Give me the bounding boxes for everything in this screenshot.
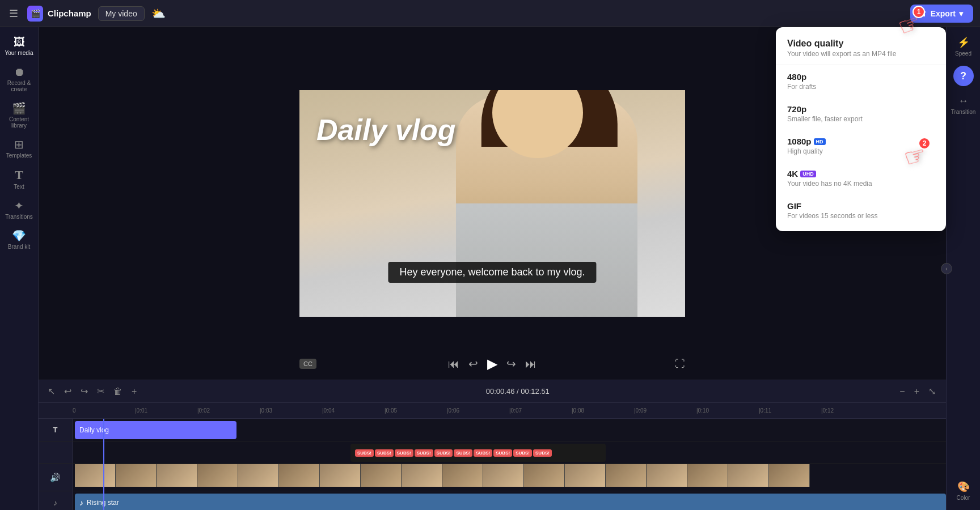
sidebar-item-brand-kit[interactable]: 💎 Brand kit xyxy=(2,226,36,254)
ruler-marks: 0 |0:01 |0:02 |0:03 |0:04 |0:05 |0:06 |0… xyxy=(73,407,946,414)
audio-clip[interactable]: ♪ Rising star xyxy=(75,494,946,510)
right-panel-label-speed: Speed xyxy=(955,50,971,57)
sidebar-label-record-create: Record & create xyxy=(5,80,34,92)
cc-button[interactable]: CC xyxy=(299,359,316,369)
sidebar-item-record-create[interactable]: ⏺ Record & create xyxy=(2,62,36,97)
brand-kit-icon: 💎 xyxy=(12,230,26,241)
video-thumb xyxy=(442,464,483,487)
templates-icon: ⊞ xyxy=(14,139,24,150)
redo-button[interactable]: ↪ xyxy=(78,384,90,399)
video-track-label: 🔊 xyxy=(39,464,73,491)
cloud-save-icon: ⛅ xyxy=(151,7,166,20)
zoom-in-button[interactable]: + xyxy=(911,385,923,398)
video-thumb xyxy=(769,464,810,487)
hamburger-button[interactable]: ☰ xyxy=(7,5,20,22)
quality-desc-4k: Your video has no 4K media xyxy=(787,180,935,188)
playhead[interactable] xyxy=(103,419,104,510)
quality-desc-gif: For videos 15 seconds or less xyxy=(787,212,935,220)
right-panel: ‹ ⚡ Speed ? ↔ Transition 🎨 Color xyxy=(946,27,980,510)
ruler-mark-12: |0:12 xyxy=(821,407,884,414)
help-button[interactable]: ? xyxy=(953,66,974,86)
right-panel-item-transition[interactable]: ↔ Transition xyxy=(949,91,978,120)
ruler-mark-11: |0:11 xyxy=(759,407,821,414)
right-panel-collapse-button[interactable]: ‹ xyxy=(941,263,952,274)
time-display: 00:00.46 / 00:12.51 xyxy=(143,387,892,396)
cut-button[interactable]: ✂ xyxy=(95,384,107,399)
audio-track: ♪ ♪ Rising star xyxy=(39,491,946,510)
video-frame: Daily vlog Hey everyone, welcome back to… xyxy=(299,90,685,317)
video-thumb xyxy=(238,464,279,487)
skip-forward-button[interactable]: ⏭ xyxy=(525,358,537,371)
quality-dropdown-header: Video quality Your video will export as … xyxy=(776,39,946,65)
text-icon: T xyxy=(15,169,23,181)
title-clip[interactable]: Daily vlog xyxy=(75,421,236,439)
video-thumb xyxy=(687,464,728,487)
right-panel-item-speed[interactable]: ⚡ Speed xyxy=(949,32,978,61)
quality-option-4k[interactable]: 4K UHD Your video has no 4K media xyxy=(776,162,946,194)
rewind-button[interactable]: ↩ xyxy=(468,357,478,371)
video-thumb xyxy=(524,464,565,487)
sidebar-label-text: Text xyxy=(14,184,24,190)
video-title-input[interactable]: My video xyxy=(98,6,145,21)
zoom-controls: − + ⤡ xyxy=(896,385,939,398)
sidebar-item-text[interactable]: T Text xyxy=(2,164,36,194)
sidebar-item-templates[interactable]: ⊞ Templates xyxy=(2,134,36,163)
video-thumb xyxy=(565,464,606,487)
ruler-mark-8: |0:08 xyxy=(572,407,634,414)
sidebar-label-transitions: Transitions xyxy=(5,214,33,220)
quality-option-1080p[interactable]: 1080p HD High quality xyxy=(776,130,946,162)
timeline-tracks[interactable]: T Daily vlog xyxy=(39,419,946,510)
quality-option-480p[interactable]: 480p For drafts xyxy=(776,65,946,97)
sidebar-item-your-media[interactable]: 🖼 Your media xyxy=(2,32,36,61)
timeline-toolbar: ↖ ↩ ↪ ✂ 🗑 + 00:00.46 / 00:12.51 − + ⤡ xyxy=(39,380,946,403)
export-chevron-icon: ▾ xyxy=(959,9,963,18)
title-track-content[interactable]: Daily vlog xyxy=(73,419,946,441)
add-button[interactable]: + xyxy=(129,384,139,399)
topbar: ☰ 🎬 Clipchamp My video ⛅ ⬆ Export ▾ xyxy=(0,0,980,27)
undo-button[interactable]: ↩ xyxy=(62,384,74,399)
fullscreen-button[interactable]: ⛶ xyxy=(675,358,685,370)
quality-desc-1080p: High quality xyxy=(787,147,935,155)
quality-dropdown-title: Video quality xyxy=(787,39,935,49)
ruler-mark-2: |0:02 xyxy=(197,407,260,414)
zoom-out-button[interactable]: − xyxy=(896,385,908,398)
subs-track-content[interactable]: SUBS! SUBS! SUBS! SUBS! SUBS! SUBS! SUBS… xyxy=(73,441,946,464)
right-panel-label-transition: Transition xyxy=(951,109,976,115)
quality-option-720p[interactable]: 720p Smaller file, faster export xyxy=(776,97,946,130)
ruler-mark-10: |0:10 xyxy=(696,407,759,414)
quality-name-4k: 4K UHD xyxy=(787,169,935,178)
app-name: Clipchamp xyxy=(48,8,91,18)
ruler-mark-4: |0:04 xyxy=(322,407,385,414)
video-subtitle-overlay: Hey everyone, welcome back to my vlog. xyxy=(388,262,596,283)
sidebar-item-transitions[interactable]: ✦ Transitions xyxy=(2,196,36,224)
quality-name-gif: GIF xyxy=(787,201,935,211)
quality-desc-480p: For drafts xyxy=(787,83,935,91)
video-track-content[interactable] xyxy=(73,464,946,491)
subs-track-label xyxy=(39,441,73,464)
sidebar-item-content-library[interactable]: 🎬 Content library xyxy=(2,98,36,133)
delete-button[interactable]: 🗑 xyxy=(111,384,125,399)
ruler-mark-6: |0:06 xyxy=(447,407,509,414)
right-panel-label-color: Color xyxy=(957,495,970,501)
audio-track-content[interactable]: ♪ Rising star xyxy=(73,491,946,510)
quality-option-gif[interactable]: GIF For videos 15 seconds or less xyxy=(776,194,946,227)
transition-panel-icon: ↔ xyxy=(958,95,969,107)
video-controls: CC ⏮ ↩ ▶ ↪ ⏭ ⛶ xyxy=(299,351,685,376)
export-icon: ⬆ xyxy=(920,9,927,18)
play-button[interactable]: ▶ xyxy=(487,356,497,372)
export-button[interactable]: ⬆ Export ▾ xyxy=(910,5,973,23)
video-thumb xyxy=(483,464,524,487)
sidebar-label-templates: Templates xyxy=(6,152,32,159)
skip-back-button[interactable]: ⏮ xyxy=(448,358,459,371)
forward-button[interactable]: ↪ xyxy=(506,357,516,371)
left-sidebar: 🖼 Your media ⏺ Record & create 🎬 Content… xyxy=(0,27,39,510)
video-clip[interactable] xyxy=(75,464,946,491)
fit-view-button[interactable]: ⤡ xyxy=(925,385,939,398)
quality-name-1080p: 1080p HD xyxy=(787,137,935,146)
quality-dropdown-subtitle: Your video will export as an MP4 file xyxy=(787,50,935,58)
quality-name-480p: 480p xyxy=(787,72,935,82)
subs-clip[interactable]: SUBS! SUBS! SUBS! SUBS! SUBS! SUBS! SUBS… xyxy=(350,444,606,462)
video-thumb xyxy=(279,464,320,487)
right-panel-item-color[interactable]: 🎨 Color xyxy=(949,476,978,505)
select-tool-button[interactable]: ↖ xyxy=(45,384,57,399)
